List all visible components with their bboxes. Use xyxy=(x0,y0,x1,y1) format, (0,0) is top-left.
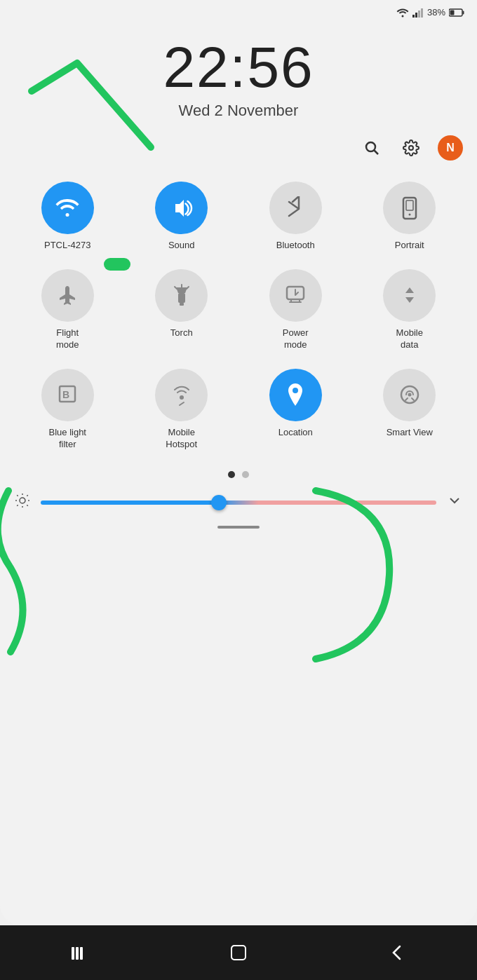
svg-line-31 xyxy=(27,505,27,506)
torch-icon-circle[interactable] xyxy=(155,269,208,322)
portrait-icon-circle[interactable] xyxy=(383,182,436,234)
profile-badge[interactable]: N xyxy=(438,135,463,161)
nav-bar xyxy=(0,925,477,980)
svg-point-13 xyxy=(408,213,410,215)
action-row: N xyxy=(0,135,477,161)
svg-rect-37 xyxy=(231,946,246,960)
svg-line-17 xyxy=(175,287,177,289)
svg-rect-1 xyxy=(415,13,417,18)
power-mode-icon-circle[interactable] xyxy=(269,269,322,322)
qs-location[interactable]: Location xyxy=(242,369,349,451)
svg-rect-14 xyxy=(178,293,185,303)
location-icon-circle[interactable] xyxy=(269,369,322,421)
smart-view-icon-circle[interactable] xyxy=(383,369,436,421)
svg-rect-3 xyxy=(421,8,423,18)
svg-rect-2 xyxy=(418,11,420,18)
brightness-thumb[interactable] xyxy=(211,495,227,510)
wifi-icon-circle[interactable] xyxy=(41,182,94,234)
signal-icon xyxy=(412,8,424,18)
location-label: Location xyxy=(278,427,313,439)
svg-text:B: B xyxy=(62,389,69,400)
pagination-dots xyxy=(0,471,477,478)
battery-percentage: 38% xyxy=(427,7,445,18)
portrait-label: Portrait xyxy=(395,240,424,252)
svg-point-7 xyxy=(366,142,375,151)
qs-smart-view[interactable]: Smart View xyxy=(356,369,464,451)
brightness-row xyxy=(0,485,477,520)
brightness-icon xyxy=(14,492,31,513)
svg-line-33 xyxy=(27,496,27,496)
home-button[interactable] xyxy=(217,932,260,974)
flight-mode-label: Flightmode xyxy=(56,327,79,351)
page-dot-1[interactable] xyxy=(228,471,235,478)
qs-wifi[interactable]: PTCL-4273 xyxy=(14,182,121,252)
brightness-slider[interactable] xyxy=(41,501,436,505)
search-button[interactable] xyxy=(359,135,384,161)
svg-rect-34 xyxy=(72,947,74,960)
blue-light-label: Blue lightfilter xyxy=(49,427,86,451)
svg-marker-10 xyxy=(175,200,184,217)
qs-mobile-data[interactable]: Mobiledata xyxy=(356,269,464,351)
settings-button[interactable] xyxy=(398,135,424,161)
wifi-status-icon xyxy=(396,8,409,18)
green-pill-indicator xyxy=(104,258,130,271)
brightness-expand-button[interactable] xyxy=(446,492,463,513)
back-button[interactable] xyxy=(377,932,419,974)
svg-point-25 xyxy=(20,498,25,503)
qs-blue-light[interactable]: B Blue lightfilter xyxy=(14,369,121,451)
mobile-data-label: Mobiledata xyxy=(396,327,423,351)
qs-portrait[interactable]: Portrait xyxy=(356,182,464,252)
battery-icon xyxy=(449,8,464,17)
mobile-data-icon-circle[interactable] xyxy=(383,269,436,322)
clock: 22:56 xyxy=(0,39,477,96)
svg-point-22 xyxy=(293,388,298,393)
qs-flight-mode[interactable]: Flightmode xyxy=(14,269,121,351)
svg-line-32 xyxy=(17,505,18,506)
svg-rect-5 xyxy=(463,11,464,14)
svg-rect-12 xyxy=(406,200,413,210)
qs-power-mode[interactable]: Powermode xyxy=(242,269,349,351)
svg-rect-36 xyxy=(80,947,83,960)
svg-rect-0 xyxy=(412,15,415,18)
torch-label: Torch xyxy=(170,327,193,339)
sound-label: Sound xyxy=(168,240,195,252)
qs-bluetooth[interactable]: Bluetooth xyxy=(242,182,349,252)
svg-line-8 xyxy=(375,151,379,155)
wifi-label: PTCL-4273 xyxy=(44,240,90,252)
date: Wed 2 November xyxy=(0,102,477,120)
svg-point-24 xyxy=(408,393,411,397)
bottom-handle xyxy=(217,526,260,529)
blue-light-icon-circle[interactable]: B xyxy=(41,369,94,421)
svg-line-30 xyxy=(17,496,18,496)
power-mode-label: Powermode xyxy=(283,327,309,351)
svg-line-18 xyxy=(187,287,189,289)
quick-settings-row3: B Blue lightfilter MobileHotspot xyxy=(0,365,477,458)
quick-settings-row1: PTCL-4273 Sound Bluetooth xyxy=(0,168,477,259)
recents-button[interactable] xyxy=(58,932,100,974)
svg-rect-15 xyxy=(180,303,184,306)
hotspot-icon-circle[interactable] xyxy=(155,369,208,421)
hotspot-label: MobileHotspot xyxy=(166,427,197,451)
svg-rect-35 xyxy=(76,947,79,960)
qs-hotspot[interactable]: MobileHotspot xyxy=(128,369,236,451)
status-bar: 38% xyxy=(0,0,477,18)
bluetooth-label: Bluetooth xyxy=(276,240,315,252)
qs-sound[interactable]: Sound xyxy=(128,182,236,252)
clock-area: 22:56 Wed 2 November xyxy=(0,18,477,127)
quick-settings-row2: Flightmode Torch xyxy=(0,266,477,358)
svg-point-9 xyxy=(409,146,413,150)
status-icons: 38% xyxy=(396,7,464,18)
page-dot-2[interactable] xyxy=(242,471,249,478)
notification-shade: 38% 22:56 Wed 2 November xyxy=(0,0,477,925)
svg-rect-6 xyxy=(450,10,455,15)
flight-mode-icon-circle[interactable] xyxy=(41,269,94,322)
sound-icon-circle[interactable] xyxy=(155,182,208,234)
qs-torch[interactable]: Torch xyxy=(128,269,236,351)
bluetooth-icon-circle[interactable] xyxy=(269,182,322,234)
smart-view-label: Smart View xyxy=(387,427,433,439)
